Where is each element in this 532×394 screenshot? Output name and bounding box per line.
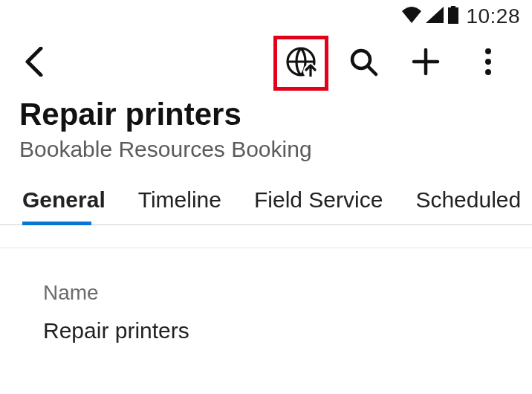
back-button[interactable]: [16, 45, 52, 81]
tab-general[interactable]: General: [22, 187, 106, 225]
wifi-icon: [402, 7, 421, 26]
tabs: General Timeline Field Service Scheduled: [0, 171, 532, 225]
status-icons: [402, 6, 458, 27]
add-button[interactable]: [398, 36, 453, 91]
battery-icon: [448, 6, 458, 27]
more-button[interactable]: [461, 36, 516, 91]
status-bar: 10:28: [0, 0, 532, 33]
field-name[interactable]: Name Repair printers: [24, 269, 508, 349]
field-name-label: Name: [43, 281, 489, 305]
svg-point-11: [485, 59, 491, 65]
tab-scheduled[interactable]: Scheduled: [415, 187, 521, 225]
search-icon: [348, 47, 378, 80]
plus-icon: [411, 47, 441, 80]
tab-timeline[interactable]: Timeline: [138, 187, 221, 225]
search-button[interactable]: [336, 36, 391, 91]
page-subtitle: Bookable Resources Booking: [19, 137, 513, 162]
svg-line-7: [368, 66, 376, 74]
svg-point-10: [485, 48, 491, 54]
tab-field-service[interactable]: Field Service: [254, 187, 383, 225]
title-block: Repair printers Bookable Resources Booki…: [0, 94, 532, 171]
field-name-value: Repair printers: [43, 318, 489, 343]
svg-rect-0: [448, 7, 458, 24]
svg-point-12: [485, 69, 491, 75]
more-vertical-icon: [484, 47, 493, 80]
globe-upload-icon: [285, 45, 317, 81]
content-area: Name Repair printers: [0, 248, 532, 349]
status-time: 10:28: [466, 4, 520, 28]
sync-online-button[interactable]: [273, 36, 328, 91]
chevron-left-icon: [25, 47, 44, 80]
svg-rect-1: [451, 6, 455, 8]
app-bar: [0, 33, 532, 94]
page-title: Repair printers: [19, 97, 513, 132]
signal-icon: [426, 7, 444, 26]
